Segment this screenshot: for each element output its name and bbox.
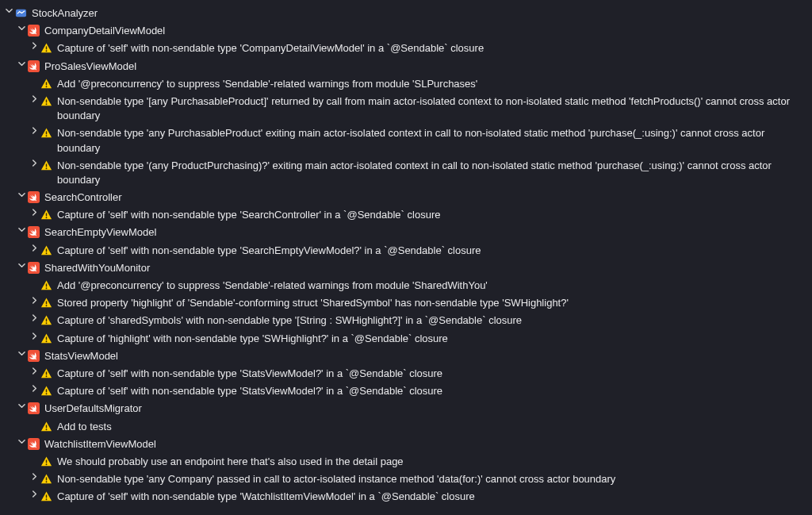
tree-item-label: Non-sendable type 'any PurchasableProduc…: [57, 126, 809, 155]
svg-rect-17: [45, 248, 47, 252]
warning-icon: [40, 421, 52, 432]
tree-row-add-to-tests[interactable]: Add to tests: [3, 418, 809, 436]
svg-rect-2: [45, 47, 47, 50]
disclosure-triangle[interactable]: [16, 262, 27, 269]
svg-rect-5: [45, 82, 47, 85]
disclosure-triangle[interactable]: [29, 42, 40, 49]
disclosure-triangle[interactable]: [29, 367, 40, 375]
tree-item-label: We should probably use an endpoint here …: [57, 455, 809, 469]
disclosure-triangle[interactable]: [16, 60, 27, 67]
tree-item-label: Capture of 'self' with non-sendable type…: [57, 384, 809, 398]
disclosure-triangle[interactable]: [16, 191, 27, 198]
tree-item-label: Stored property 'highlight' of 'Sendable…: [57, 296, 809, 310]
tree-row-statsviewmodel[interactable]: StatsViewModel: [3, 348, 809, 365]
tree-row-stored-property-highlight-of-sendable-co[interactable]: Stored property 'highlight' of 'Sendable…: [3, 294, 809, 312]
svg-rect-41: [45, 494, 47, 498]
warning-icon: [40, 332, 52, 344]
disclosure-triangle[interactable]: [29, 332, 40, 340]
swift-icon: [27, 60, 40, 72]
disclosure-triangle[interactable]: [29, 473, 40, 480]
swift-icon: [27, 402, 40, 414]
tree-row-add-preconcurrency-to-suppress-sendable-[interactable]: Add '@preconcurrency' to suppress 'Senda…: [3, 75, 809, 93]
tree-item-label: Capture of 'self' with non-sendable type…: [57, 208, 809, 222]
disclosure-triangle[interactable]: [29, 490, 40, 498]
tree-row-we-should-probably-use-an-endpoint-here-[interactable]: We should probably use an endpoint here …: [3, 453, 809, 471]
warning-icon: [40, 297, 52, 309]
svg-point-10: [45, 136, 47, 137]
svg-rect-37: [45, 459, 47, 463]
disclosure-triangle[interactable]: [16, 438, 27, 445]
disclosure-triangle[interactable]: [29, 244, 40, 252]
tree-row-userdefaultsmigrator[interactable]: UserDefaultsMigrator: [3, 400, 809, 417]
svg-point-8: [45, 103, 47, 105]
svg-point-15: [45, 217, 47, 219]
svg-rect-39: [45, 477, 47, 480]
tree-item-label: Add '@preconcurrency' to suppress 'Senda…: [57, 279, 809, 293]
tree-item-label: SearchController: [44, 190, 809, 205]
tree-row-capture-of-sharedsymbols-with-non-sendab[interactable]: Capture of 'sharedSymbols' with non-send…: [3, 312, 809, 329]
swift-icon: [27, 350, 40, 362]
disclosure-triangle[interactable]: [16, 25, 27, 32]
svg-point-23: [45, 306, 47, 307]
disclosure-triangle[interactable]: [16, 226, 27, 233]
tree-item-label: StockAnalyzer: [32, 6, 809, 21]
tree-row-stockanalyzer[interactable]: StockAnalyzer: [3, 5, 809, 22]
disclosure-triangle[interactable]: [29, 297, 40, 304]
disclosure-triangle[interactable]: [29, 127, 40, 134]
tree-row-watchlistitemviewmodel[interactable]: WatchlistItemViewModel: [3, 436, 809, 453]
disclosure-triangle[interactable]: [29, 314, 40, 321]
svg-point-3: [45, 51, 47, 52]
svg-point-25: [45, 323, 47, 325]
tree-row-non-sendable-type-any-productpurchasing-[interactable]: Non-sendable type '(any ProductPurchasin…: [3, 157, 809, 189]
warning-icon: [40, 95, 52, 107]
svg-rect-24: [45, 319, 47, 322]
svg-point-21: [45, 287, 47, 289]
tree-item-label: WatchlistItemViewModel: [44, 437, 809, 452]
warning-icon: [40, 42, 52, 54]
swift-icon: [27, 226, 40, 238]
svg-point-18: [45, 252, 47, 254]
svg-rect-9: [45, 131, 47, 134]
svg-rect-29: [45, 371, 47, 375]
swift-icon: [27, 191, 40, 203]
tree-row-capture-of-self-with-non-sendable-type-c[interactable]: Capture of 'self' with non-sendable type…: [3, 40, 809, 57]
svg-point-42: [45, 499, 47, 501]
warning-icon: [40, 209, 52, 221]
svg-point-35: [45, 429, 47, 430]
tree-row-add-preconcurrency-to-suppress-sendable-[interactable]: Add '@preconcurrency' to suppress 'Senda…: [3, 277, 809, 294]
tree-row-capture-of-self-with-non-sendable-type-s[interactable]: Capture of 'self' with non-sendable type…: [3, 382, 809, 400]
tree-row-capture-of-self-with-non-sendable-type-s[interactable]: Capture of 'self' with non-sendable type…: [3, 365, 809, 382]
disclosure-triangle[interactable]: [16, 402, 27, 409]
tree-item-label: Capture of 'self' with non-sendable type…: [57, 490, 809, 504]
tree-item-label: SharedWithYouMonitor: [44, 261, 809, 275]
svg-point-12: [45, 167, 47, 169]
tree-row-capture-of-self-with-non-sendable-type-s[interactable]: Capture of 'self' with non-sendable type…: [3, 206, 809, 224]
tree-row-searchcontroller[interactable]: SearchController: [3, 189, 809, 206]
disclosure-triangle[interactable]: [16, 350, 27, 357]
disclosure-triangle[interactable]: [29, 385, 40, 392]
tree-row-non-sendable-type-any-company-passed-in-[interactable]: Non-sendable type 'any Company' passed i…: [3, 471, 809, 488]
svg-point-6: [45, 86, 47, 87]
tree-row-capture-of-self-with-non-sendable-type-s[interactable]: Capture of 'self' with non-sendable type…: [3, 242, 809, 259]
tree-item-label: Capture of 'self' with non-sendable type…: [57, 41, 809, 56]
tree-row-non-sendable-type-any-purchasableproduct[interactable]: Non-sendable type 'any PurchasableProduc…: [3, 125, 809, 156]
tree-item-label: Capture of 'highlight' with non-sendable…: [57, 332, 809, 346]
warning-icon: [40, 473, 52, 485]
tree-item-label: UserDefaultsMigrator: [44, 402, 809, 416]
disclosure-triangle[interactable]: [29, 209, 40, 216]
tree-row-non-sendable-type-any-purchasableproduct[interactable]: Non-sendable type '[any PurchasableProdu…: [3, 93, 809, 125]
warning-icon: [40, 490, 52, 502]
tree-row-sharedwithyoumonitor[interactable]: SharedWithYouMonitor: [3, 259, 809, 277]
tree-row-prosalesviewmodel[interactable]: ProSalesViewModel: [3, 58, 809, 75]
tree-row-capture-of-self-with-non-sendable-type-w[interactable]: Capture of 'self' with non-sendable type…: [3, 488, 809, 505]
disclosure-triangle[interactable]: [3, 7, 14, 14]
disclosure-triangle[interactable]: [29, 95, 40, 102]
svg-point-40: [45, 481, 47, 482]
tree-item-label: CompanyDetailViewModel: [44, 24, 809, 38]
tree-row-companydetailviewmodel[interactable]: CompanyDetailViewModel: [3, 22, 809, 40]
tree-item-label: ProSalesViewModel: [44, 60, 809, 74]
tree-row-capture-of-highlight-with-non-sendable-t[interactable]: Capture of 'highlight' with non-sendable…: [3, 330, 809, 348]
disclosure-triangle[interactable]: [29, 159, 40, 167]
tree-row-searchemptyviewmodel[interactable]: SearchEmptyViewModel: [3, 224, 809, 241]
warning-icon: [40, 127, 52, 139]
